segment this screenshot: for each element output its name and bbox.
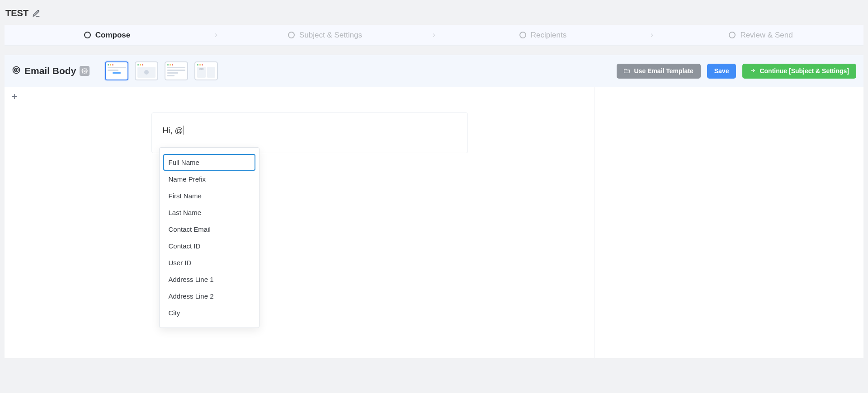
chevron-right-icon — [428, 30, 440, 40]
page-title: TEST — [0, 0, 868, 25]
merge-field-option[interactable]: Last Name — [163, 204, 255, 221]
layout-option-4[interactable]: </> — [194, 61, 218, 80]
svg-point-3 — [84, 70, 86, 72]
step-review-send[interactable]: Review & Send — [658, 31, 863, 40]
chevron-right-icon — [210, 30, 222, 40]
svg-point-0 — [13, 66, 20, 73]
step-indicator-icon — [288, 32, 295, 38]
merge-field-option[interactable]: Contact Email — [163, 221, 255, 238]
merge-field-option[interactable]: Full Name — [163, 154, 255, 171]
step-label: Subject & Settings — [299, 31, 362, 40]
svg-point-2 — [16, 69, 17, 70]
merge-field-option[interactable]: First Name — [163, 187, 255, 204]
merge-field-option[interactable]: Contact ID — [163, 238, 255, 254]
merge-field-option[interactable]: User ID — [163, 254, 255, 271]
compose-input[interactable]: Hi, @ Full NameName PrefixFirst NameLast… — [151, 112, 468, 153]
save-button[interactable]: Save — [707, 64, 736, 79]
page-title-text: TEST — [5, 8, 28, 19]
edit-title-icon[interactable] — [32, 9, 40, 18]
svg-point-1 — [14, 68, 18, 71]
button-label: Use Email Template — [634, 67, 693, 75]
wizard-card: Compose Subject & Settings Recipients Re… — [5, 25, 863, 358]
button-label: Continue [Subject & Settings] — [760, 67, 849, 75]
arrow-right-icon — [750, 67, 756, 75]
use-email-template-button[interactable]: Use Email Template — [617, 64, 700, 79]
add-block-button[interactable]: + — [9, 92, 19, 102]
gear-icon — [81, 66, 88, 76]
compose-text: Hi, @ — [163, 126, 183, 135]
text-caret — [184, 126, 184, 135]
target-icon — [12, 66, 21, 77]
editor-canvas[interactable]: Hi, @ Full NameName PrefixFirst NameLast… — [24, 87, 595, 358]
section-title: Email Body — [12, 66, 90, 77]
layout-option-3[interactable] — [165, 61, 188, 80]
continue-button[interactable]: Continue [Subject & Settings] — [742, 64, 856, 79]
button-label: Save — [714, 67, 729, 75]
step-label: Recipients — [531, 31, 566, 40]
wizard-steps: Compose Subject & Settings Recipients Re… — [5, 25, 863, 46]
layout-thumbnails: </> — [105, 61, 218, 80]
step-label: Review & Send — [740, 31, 793, 40]
layout-option-2[interactable] — [135, 61, 158, 80]
step-indicator-icon — [84, 32, 91, 38]
section-title-text: Email Body — [24, 66, 76, 76]
step-label: Compose — [95, 31, 130, 40]
settings-badge[interactable] — [80, 66, 90, 76]
merge-field-dropdown: Full NameName PrefixFirst NameLast NameC… — [159, 147, 259, 328]
spacer — [5, 46, 863, 55]
plus-icon: + — [12, 92, 18, 102]
step-recipients[interactable]: Recipients — [440, 31, 646, 40]
merge-field-option[interactable]: Address Line 2 — [163, 288, 255, 304]
merge-field-option[interactable]: Address Line 1 — [163, 271, 255, 288]
folder-icon — [624, 67, 630, 75]
merge-field-option[interactable]: Name Prefix — [163, 171, 255, 187]
step-indicator-icon — [729, 32, 736, 38]
step-indicator-icon — [519, 32, 526, 38]
step-subject-settings[interactable]: Subject & Settings — [222, 31, 428, 40]
layout-option-1[interactable] — [105, 61, 128, 80]
email-body-toolbar: Email Body — [5, 55, 863, 87]
step-compose[interactable]: Compose — [5, 31, 210, 40]
chevron-right-icon — [646, 30, 658, 40]
merge-field-option[interactable]: City — [163, 304, 255, 321]
editor-area: + Hi, @ Full NameName PrefixFirst NameLa… — [5, 87, 863, 358]
